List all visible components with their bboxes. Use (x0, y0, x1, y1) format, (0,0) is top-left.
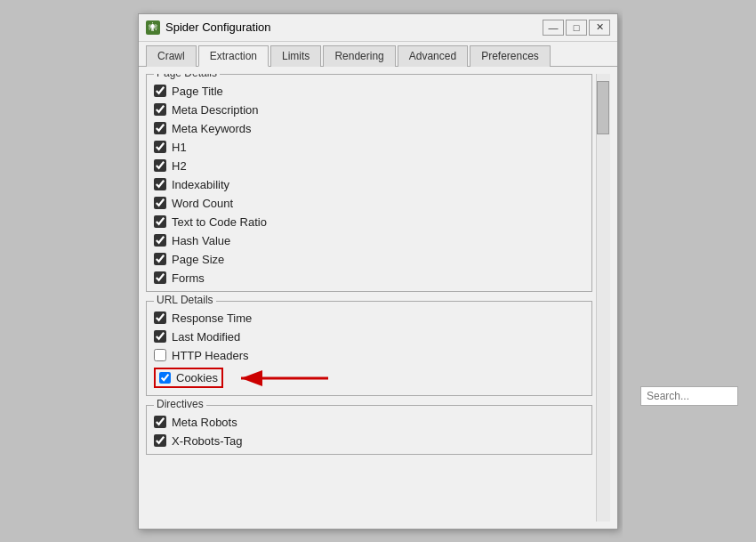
h2-label: H2 (172, 159, 187, 173)
page-size-label: Page Size (172, 253, 224, 266)
list-item: Forms (154, 269, 584, 287)
h1-label: H1 (172, 141, 187, 154)
main-window: 🕷 Spider Configuration — □ ✕ Crawl Extra… (138, 13, 618, 530)
http-headers-checkbox[interactable] (154, 349, 166, 361)
last-modified-label: Last Modified (172, 330, 240, 344)
page-title-label: Page Title (172, 85, 223, 98)
x-robots-tag-checkbox[interactable] (154, 434, 166, 447)
title-bar: 🕷 Spider Configuration — □ ✕ (139, 14, 617, 42)
red-arrow-icon (230, 365, 337, 392)
cookies-label: Cookies (176, 371, 218, 384)
response-time-label: Response Time (172, 311, 252, 325)
directives-title: Directives (154, 398, 206, 410)
hash-value-checkbox[interactable] (154, 234, 166, 247)
hash-value-label: Hash Value (172, 234, 230, 247)
list-item: Text to Code Ratio (154, 213, 584, 231)
meta-robots-checkbox[interactable] (154, 416, 166, 428)
content-area: Page Details Page Title Meta Description… (139, 67, 617, 529)
indexability-checkbox[interactable] (154, 178, 166, 190)
url-details-frame: URL Details Response Time Last Modified … (146, 301, 592, 396)
right-panel (623, 0, 756, 542)
close-button[interactable]: ✕ (589, 20, 610, 36)
scrollbar[interactable] (596, 74, 610, 522)
url-details-title: URL Details (154, 294, 216, 306)
list-item: Page Title (154, 82, 584, 101)
x-robots-tag-label: X-Robots-Tag (172, 434, 242, 448)
list-item: Meta Robots (154, 413, 584, 432)
list-item: H2 (154, 157, 584, 175)
cookies-checkbox[interactable] (159, 372, 171, 384)
page-size-checkbox[interactable] (154, 253, 166, 265)
app-icon: 🕷 (146, 20, 160, 35)
h2-checkbox[interactable] (154, 159, 166, 172)
tab-extraction[interactable]: Extraction (198, 45, 269, 67)
scrollbar-thumb[interactable] (597, 81, 609, 134)
list-item: Indexability (154, 175, 584, 194)
arrow-container (230, 365, 337, 392)
scrollable-content: Page Details Page Title Meta Description… (146, 74, 596, 522)
maximize-button[interactable]: □ (566, 20, 587, 36)
page-details-section: Page Details Page Title Meta Description… (146, 74, 592, 292)
directives-frame: Directives Meta Robots X-Robots-Tag (146, 405, 592, 455)
response-time-checkbox[interactable] (154, 311, 166, 324)
page-title-checkbox[interactable] (154, 85, 166, 97)
h1-checkbox[interactable] (154, 141, 166, 153)
forms-checkbox[interactable] (154, 271, 166, 284)
window-title: Spider Configuration (165, 20, 271, 34)
search-input[interactable] (640, 386, 738, 406)
list-item: Response Time (154, 309, 584, 328)
meta-keywords-checkbox[interactable] (154, 122, 166, 134)
last-modified-checkbox[interactable] (154, 330, 166, 343)
title-bar-buttons: — □ ✕ (543, 20, 610, 36)
cookies-row-container: Cookies (154, 365, 584, 392)
list-item: Word Count (154, 194, 584, 213)
cookies-highlighted-item: Cookies (154, 368, 223, 388)
list-item: HTTP Headers (154, 346, 584, 365)
list-item: H1 (154, 138, 584, 157)
tab-bar: Crawl Extraction Limits Rendering Advanc… (139, 42, 617, 67)
meta-keywords-label: Meta Keywords (172, 122, 252, 135)
list-item: Meta Description (154, 101, 584, 119)
text-to-code-label: Text to Code Ratio (172, 215, 267, 229)
http-headers-label: HTTP Headers (172, 349, 248, 362)
word-count-label: Word Count (172, 197, 233, 210)
list-item: Last Modified (154, 328, 584, 346)
forms-label: Forms (172, 271, 205, 285)
list-item: Page Size (154, 250, 584, 269)
tab-advanced[interactable]: Advanced (398, 45, 468, 67)
meta-robots-label: Meta Robots (172, 416, 237, 429)
tab-rendering[interactable]: Rendering (323, 45, 395, 67)
meta-description-checkbox[interactable] (154, 103, 166, 116)
indexability-label: Indexability (172, 178, 229, 191)
tab-preferences[interactable]: Preferences (470, 45, 551, 67)
title-bar-left: 🕷 Spider Configuration (146, 20, 271, 35)
tab-limits[interactable]: Limits (270, 45, 321, 67)
list-item: Hash Value (154, 231, 584, 250)
page-details-title: Page Details (154, 74, 220, 79)
directives-section: Directives Meta Robots X-Robots-Tag (146, 405, 592, 455)
word-count-checkbox[interactable] (154, 197, 166, 209)
list-item: X-Robots-Tag (154, 432, 584, 450)
url-details-section: URL Details Response Time Last Modified … (146, 301, 592, 396)
page-details-frame: Page Details Page Title Meta Description… (146, 74, 592, 292)
list-item: Meta Keywords (154, 119, 584, 138)
text-to-code-checkbox[interactable] (154, 215, 166, 228)
meta-description-label: Meta Description (172, 103, 259, 117)
minimize-button[interactable]: — (543, 20, 564, 36)
tab-crawl[interactable]: Crawl (146, 45, 197, 67)
